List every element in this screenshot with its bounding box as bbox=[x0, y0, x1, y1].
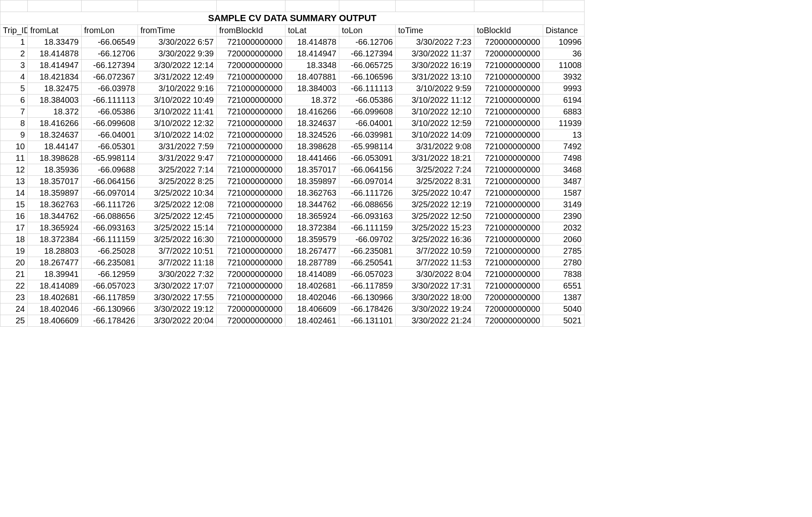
cell[interactable]: 9993 bbox=[543, 83, 585, 95]
cell[interactable]: -66.12959 bbox=[82, 269, 138, 280]
cell[interactable]: 3/10/2022 12:32 bbox=[138, 118, 217, 129]
cell[interactable]: 721000000000 bbox=[474, 60, 543, 71]
cell[interactable]: 10996 bbox=[543, 36, 585, 48]
cell[interactable]: -66.12706 bbox=[82, 48, 138, 60]
cell[interactable]: 3/30/2022 17:31 bbox=[396, 280, 474, 292]
cell[interactable]: -66.065725 bbox=[339, 60, 396, 71]
cell[interactable]: 5021 bbox=[543, 315, 585, 327]
cell[interactable]: -66.057023 bbox=[82, 280, 138, 292]
cell[interactable]: 25 bbox=[0, 315, 28, 327]
cell[interactable]: 721000000000 bbox=[474, 71, 543, 83]
cell[interactable]: 19 bbox=[0, 245, 28, 257]
cell[interactable]: -66.09688 bbox=[82, 164, 138, 176]
cell[interactable]: 721000000000 bbox=[217, 257, 285, 269]
cell[interactable]: 15 bbox=[0, 199, 28, 211]
cell[interactable]: 18.365924 bbox=[285, 211, 339, 222]
cell[interactable]: 3/30/2022 6:57 bbox=[138, 36, 217, 48]
cell[interactable]: 720000000000 bbox=[217, 303, 285, 315]
cell[interactable]: 3/7/2022 10:51 bbox=[138, 245, 217, 257]
cell[interactable]: 3/7/2022 11:53 bbox=[396, 257, 474, 269]
cell[interactable]: 3/25/2022 7:14 bbox=[138, 164, 217, 176]
cell[interactable]: -66.06549 bbox=[82, 36, 138, 48]
cell[interactable]: -66.12706 bbox=[339, 36, 396, 48]
cell[interactable]: -66.072367 bbox=[82, 71, 138, 83]
cell[interactable]: -66.088656 bbox=[339, 199, 396, 211]
cell[interactable]: 11939 bbox=[543, 118, 585, 129]
cell[interactable]: 3/25/2022 10:47 bbox=[396, 187, 474, 199]
cell[interactable]: 18.324637 bbox=[28, 129, 82, 141]
cell[interactable]: 18.414089 bbox=[28, 280, 82, 292]
cell[interactable]: 3/30/2022 19:12 bbox=[138, 303, 217, 315]
cell[interactable]: 18.414089 bbox=[285, 269, 339, 280]
cell[interactable]: 18.39941 bbox=[28, 269, 82, 280]
cell[interactable]: -66.106596 bbox=[339, 71, 396, 83]
cell[interactable]: 3/7/2022 11:18 bbox=[138, 257, 217, 269]
cell[interactable]: 3/25/2022 12:45 bbox=[138, 211, 217, 222]
cell[interactable]: 18.384003 bbox=[285, 83, 339, 95]
cell[interactable]: -66.03978 bbox=[82, 83, 138, 95]
cell[interactable]: 2390 bbox=[543, 211, 585, 222]
cell[interactable]: -66.131101 bbox=[339, 315, 396, 327]
cell[interactable]: 9 bbox=[0, 129, 28, 141]
cell[interactable]: 3/30/2022 20:04 bbox=[138, 315, 217, 327]
cell[interactable]: -66.111113 bbox=[82, 95, 138, 106]
cell[interactable]: 3/10/2022 11:12 bbox=[396, 95, 474, 106]
cell[interactable]: -66.09702 bbox=[339, 234, 396, 245]
cell[interactable]: 18.359579 bbox=[285, 234, 339, 245]
cell[interactable]: 13 bbox=[543, 129, 585, 141]
cell[interactable]: 3/31/2022 12:49 bbox=[138, 71, 217, 83]
cell[interactable]: -66.111159 bbox=[339, 222, 396, 234]
cell[interactable]: 18.406609 bbox=[285, 303, 339, 315]
cell[interactable]: -66.111113 bbox=[339, 83, 396, 95]
cell[interactable]: 721000000000 bbox=[474, 199, 543, 211]
cell[interactable]: 3/25/2022 15:14 bbox=[138, 222, 217, 234]
cell[interactable]: 721000000000 bbox=[474, 106, 543, 118]
cell[interactable]: 721000000000 bbox=[217, 222, 285, 234]
cell[interactable]: 18.416266 bbox=[28, 118, 82, 129]
cell[interactable]: -66.130966 bbox=[339, 292, 396, 303]
cell[interactable]: 18.287789 bbox=[285, 257, 339, 269]
cell[interactable]: 11 bbox=[0, 153, 28, 164]
cell[interactable]: 18.398628 bbox=[285, 141, 339, 153]
cell[interactable]: 721000000000 bbox=[474, 222, 543, 234]
cell[interactable]: 3/30/2022 12:14 bbox=[138, 60, 217, 71]
cell[interactable]: 6 bbox=[0, 95, 28, 106]
cell[interactable]: -66.117859 bbox=[82, 292, 138, 303]
cell[interactable]: -66.130966 bbox=[82, 303, 138, 315]
cell[interactable]: 18.32475 bbox=[28, 83, 82, 95]
cell[interactable]: 18.372384 bbox=[285, 222, 339, 234]
cell[interactable]: -66.05386 bbox=[82, 106, 138, 118]
cell[interactable]: -66.178426 bbox=[82, 315, 138, 327]
cell[interactable]: 12 bbox=[0, 164, 28, 176]
cell[interactable]: 18.402681 bbox=[28, 292, 82, 303]
cell[interactable]: 3/10/2022 14:09 bbox=[396, 129, 474, 141]
cell[interactable]: 721000000000 bbox=[217, 187, 285, 199]
cell[interactable]: 18.362763 bbox=[285, 187, 339, 199]
cell[interactable]: 18.3348 bbox=[285, 60, 339, 71]
cell[interactable]: 3/10/2022 14:02 bbox=[138, 129, 217, 141]
cell[interactable]: 721000000000 bbox=[217, 141, 285, 153]
cell[interactable]: 18.324526 bbox=[285, 129, 339, 141]
cell[interactable]: 720000000000 bbox=[217, 60, 285, 71]
cell[interactable]: 720000000000 bbox=[217, 48, 285, 60]
cell[interactable]: 18 bbox=[0, 234, 28, 245]
cell[interactable]: -66.178426 bbox=[339, 303, 396, 315]
cell[interactable]: 3932 bbox=[543, 71, 585, 83]
cell[interactable]: 7838 bbox=[543, 269, 585, 280]
cell[interactable]: 720000000000 bbox=[474, 292, 543, 303]
cell[interactable]: -66.093163 bbox=[82, 222, 138, 234]
cell[interactable]: 22 bbox=[0, 280, 28, 292]
cell[interactable]: -66.039981 bbox=[339, 129, 396, 141]
cell[interactable]: 3/10/2022 9:16 bbox=[138, 83, 217, 95]
cell[interactable]: 721000000000 bbox=[217, 280, 285, 292]
cell[interactable]: 721000000000 bbox=[474, 257, 543, 269]
cell[interactable]: -66.057023 bbox=[339, 269, 396, 280]
cell[interactable]: -66.111726 bbox=[339, 187, 396, 199]
cell[interactable]: 2785 bbox=[543, 245, 585, 257]
cell[interactable]: 18.384003 bbox=[28, 95, 82, 106]
cell[interactable]: 721000000000 bbox=[217, 118, 285, 129]
cell[interactable]: 18.344762 bbox=[285, 199, 339, 211]
cell[interactable]: -66.05386 bbox=[339, 95, 396, 106]
cell[interactable]: -66.053091 bbox=[339, 153, 396, 164]
cell[interactable]: 3/31/2022 13:10 bbox=[396, 71, 474, 83]
